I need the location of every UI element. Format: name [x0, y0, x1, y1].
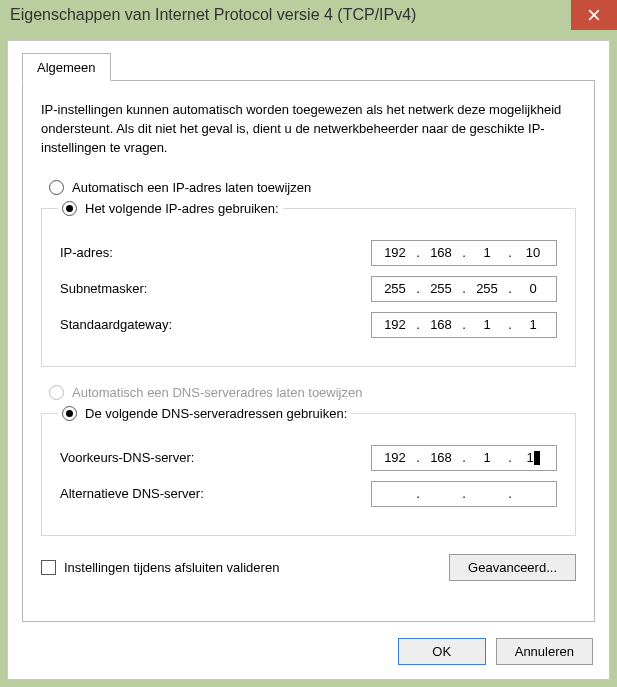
dns-auto-label: Automatisch een DNS-serveradres laten to…	[72, 385, 362, 400]
titlebar: Eigenschappen van Internet Protocol vers…	[0, 0, 617, 30]
advanced-button[interactable]: Geavanceerd...	[449, 554, 576, 581]
ip-octet: 255	[468, 281, 506, 296]
ip-octet: 1	[514, 317, 552, 332]
validate-label: Instellingen tijdens afsluiten valideren	[64, 560, 279, 575]
subnet-mask-label: Subnetmasker:	[60, 281, 371, 296]
preferred-dns-label: Voorkeurs-DNS-server:	[60, 450, 371, 465]
dns-auto-radio-row: Automatisch een DNS-serveradres laten to…	[49, 385, 576, 400]
subnet-mask-row: Subnetmasker: 255. 255. 255. 0	[60, 276, 557, 302]
text-cursor-icon	[534, 451, 540, 465]
ip-octet: 255	[422, 281, 460, 296]
ip-address-input[interactable]: 192. 168. 1. 10	[371, 240, 557, 266]
radio-icon	[62, 201, 77, 216]
ip-octet: 1	[514, 450, 552, 466]
ip-octet: 1	[468, 317, 506, 332]
alternate-dns-label: Alternatieve DNS-server:	[60, 486, 371, 501]
gateway-label: Standaardgateway:	[60, 317, 371, 332]
ip-address-row: IP-adres: 192. 168. 1. 10	[60, 240, 557, 266]
radio-icon	[62, 406, 77, 421]
ip-manual-label: Het volgende IP-adres gebruiken:	[85, 201, 279, 216]
ip-address-label: IP-adres:	[60, 245, 371, 260]
ip-octet: 192	[376, 245, 414, 260]
ip-manual-radio-row[interactable]: Het volgende IP-adres gebruiken:	[62, 201, 279, 216]
tab-row: Algemeen	[22, 53, 595, 81]
ip-octet: 192	[376, 317, 414, 332]
subnet-mask-input[interactable]: 255. 255. 255. 0	[371, 276, 557, 302]
bottom-row: Instellingen tijdens afsluiten valideren…	[41, 554, 576, 581]
dns-group: De volgende DNS-serveradressen gebruiken…	[41, 406, 576, 536]
preferred-dns-input[interactable]: 192. 168. 1. 1	[371, 445, 557, 471]
dns-manual-label: De volgende DNS-serveradressen gebruiken…	[85, 406, 347, 421]
ip-octet: 168	[422, 450, 460, 465]
gateway-row: Standaardgateway: 192. 168. 1. 1	[60, 312, 557, 338]
window-title: Eigenschappen van Internet Protocol vers…	[10, 6, 571, 24]
ip-group: Het volgende IP-adres gebruiken: IP-adre…	[41, 201, 576, 367]
tab-general-label: Algemeen	[37, 60, 96, 75]
validate-checkbox-row[interactable]: Instellingen tijdens afsluiten valideren	[41, 560, 279, 575]
alternate-dns-row: Alternatieve DNS-server: . . .	[60, 481, 557, 507]
ip-octet: 10	[514, 245, 552, 260]
dns-manual-radio-row[interactable]: De volgende DNS-serveradressen gebruiken…	[62, 406, 347, 421]
preferred-dns-row: Voorkeurs-DNS-server: 192. 168. 1. 1	[60, 445, 557, 471]
ip-octet: 1	[468, 450, 506, 465]
gateway-input[interactable]: 192. 168. 1. 1	[371, 312, 557, 338]
ip-octet: 192	[376, 450, 414, 465]
ip-octet: 0	[514, 281, 552, 296]
cancel-button[interactable]: Annuleren	[496, 638, 593, 665]
tab-general[interactable]: Algemeen	[22, 53, 111, 81]
dialog-buttons: OK Annuleren	[398, 638, 593, 665]
radio-icon	[49, 180, 64, 195]
close-icon	[588, 9, 600, 21]
ip-auto-label: Automatisch een IP-adres laten toewijzen	[72, 180, 311, 195]
alternate-dns-input[interactable]: . . .	[371, 481, 557, 507]
ip-octet: 1	[468, 245, 506, 260]
ip-octet: 168	[422, 317, 460, 332]
ok-button[interactable]: OK	[398, 638, 486, 665]
ip-octet: 255	[376, 281, 414, 296]
dialog-panel: Algemeen IP-instellingen kunnen automati…	[7, 40, 610, 680]
radio-icon	[49, 385, 64, 400]
description-text: IP-instellingen kunnen automatisch worde…	[41, 101, 576, 158]
checkbox-icon	[41, 560, 56, 575]
tab-panel: IP-instellingen kunnen automatisch worde…	[22, 80, 595, 622]
close-button[interactable]	[571, 0, 617, 30]
ip-auto-radio-row[interactable]: Automatisch een IP-adres laten toewijzen	[49, 180, 576, 195]
ip-octet: 168	[422, 245, 460, 260]
